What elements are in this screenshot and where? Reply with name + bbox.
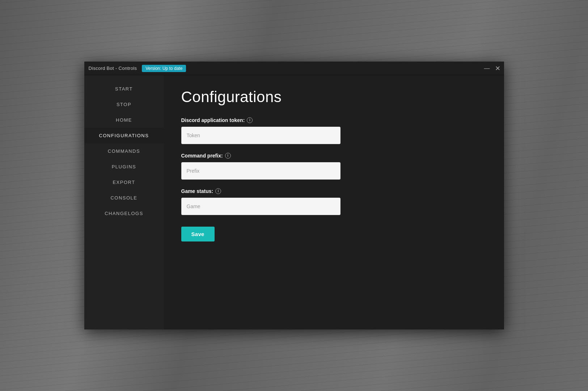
sidebar-item-home[interactable]: HOME [84, 112, 164, 128]
info-icon-token[interactable]: i [247, 117, 253, 123]
field-label-prefix: Command prefix: i [181, 153, 487, 159]
sidebar-item-start[interactable]: START [84, 81, 164, 97]
sidebar-item-configurations[interactable]: CONFIGURATIONS [84, 128, 164, 143]
field-group-game_status: Game status: i [181, 188, 487, 215]
fields-container: Discord application token: iCommand pref… [181, 117, 487, 215]
titlebar: Discord Bot - Controls Version: Up to da… [84, 62, 504, 75]
field-group-prefix: Command prefix: i [181, 153, 487, 180]
info-icon-prefix[interactable]: i [225, 153, 231, 159]
field-label-game_status: Game status: i [181, 188, 487, 194]
save-button[interactable]: Save [181, 227, 215, 241]
field-input-token[interactable] [181, 127, 340, 144]
info-icon-game_status[interactable]: i [215, 188, 221, 194]
field-input-game_status[interactable] [181, 198, 340, 215]
sidebar-item-commands[interactable]: COMMANDS [84, 143, 164, 159]
close-button[interactable]: ✕ [495, 65, 500, 72]
sidebar-item-plugins[interactable]: PLUGINS [84, 159, 164, 175]
sidebar-item-export[interactable]: EXPORT [84, 175, 164, 190]
page-title: Configurations [181, 88, 487, 106]
sidebar-item-stop[interactable]: STOP [84, 97, 164, 112]
content-area: Configurations Discord application token… [164, 75, 504, 329]
sidebar-item-console[interactable]: CONSOLE [84, 190, 164, 206]
minimize-button[interactable]: — [484, 66, 490, 71]
main-area: STARTSTOPHOMECONFIGURATIONSCOMMANDSPLUGI… [84, 75, 504, 329]
version-badge: Version: Up to date [142, 65, 186, 72]
sidebar: STARTSTOPHOMECONFIGURATIONSCOMMANDSPLUGI… [84, 75, 164, 329]
app-name: Discord Bot - Controls [89, 66, 137, 71]
field-label-token: Discord application token: i [181, 117, 487, 123]
window-controls: — ✕ [484, 65, 500, 72]
field-group-token: Discord application token: i [181, 117, 487, 144]
field-input-prefix[interactable] [181, 162, 340, 180]
app-window: Discord Bot - Controls Version: Up to da… [84, 62, 504, 329]
sidebar-item-changelogs[interactable]: CHANGELOGS [84, 206, 164, 221]
